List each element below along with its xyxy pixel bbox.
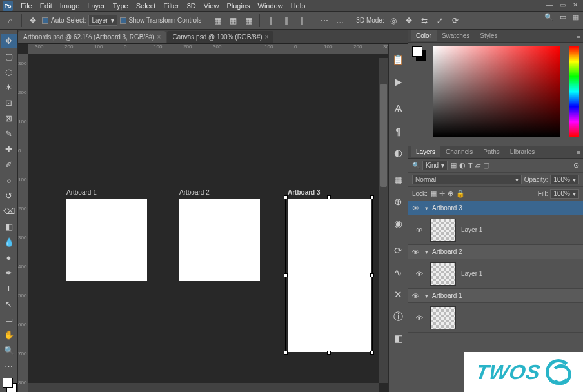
pen-tool-icon[interactable]: ✒ [1, 266, 17, 280]
handle-br[interactable] [370, 351, 374, 355]
lock-position-icon[interactable]: ✛ [439, 190, 445, 198]
filter-toggle-icon[interactable]: ⊙ [573, 161, 579, 170]
frame-tool-icon[interactable]: ⊠ [1, 111, 17, 125]
menu-select[interactable]: Select [132, 2, 160, 10]
layer-thumbnail[interactable] [430, 262, 456, 286]
layer-thumbnail[interactable] [430, 219, 456, 242]
zoom-tool-icon[interactable]: 🔍 [1, 343, 17, 357]
share-icon[interactable]: ▭ [560, 13, 566, 21]
visibility-toggle-icon[interactable]: 👁 [412, 248, 421, 256]
patterns-panel-icon[interactable]: ◉ [391, 214, 406, 233]
foreground-swatch[interactable] [3, 378, 13, 388]
filter-pixel-icon[interactable]: ▦ [450, 161, 457, 170]
scale-3d-icon[interactable]: ⤢ [433, 14, 446, 27]
collapse-icon[interactable]: ▾ [425, 249, 428, 255]
visibility-toggle-icon[interactable]: 👁 [416, 314, 425, 322]
history-panel-icon[interactable]: 📋 [391, 50, 406, 70]
menu-view[interactable]: View [200, 2, 223, 10]
align-bottom-icon[interactable]: ‖ [295, 14, 308, 27]
type-tool-icon[interactable]: T [1, 281, 17, 295]
magic-wand-tool-icon[interactable]: ✶ [1, 80, 17, 94]
hand-tool-icon[interactable]: ✋ [1, 328, 17, 342]
brush-tool-icon[interactable]: ✐ [1, 157, 17, 172]
character-panel-icon[interactable]: Ѧ [391, 99, 406, 119]
lock-all-icon[interactable]: 🔒 [456, 190, 465, 198]
filter-adjustment-icon[interactable]: ◐ [459, 161, 466, 170]
menu-plugins[interactable]: Plugins [222, 2, 253, 10]
eraser-tool-icon[interactable]: ⌫ [1, 204, 17, 218]
marquee-tool-icon[interactable]: ▢ [1, 49, 17, 63]
layer-artboard-header[interactable]: 👁▾ Artboard 2 [408, 245, 583, 259]
window-minimize-icon[interactable]: — [544, 1, 555, 10]
align-left-icon[interactable]: ▦ [211, 14, 224, 27]
shape-tool-icon[interactable]: ▭ [1, 312, 17, 326]
move-tool-icon[interactable]: ✥ [1, 34, 17, 48]
search-icon[interactable]: 🔍 [544, 13, 553, 21]
align-center-h-icon[interactable]: ▦ [226, 14, 239, 27]
visibility-toggle-icon[interactable]: 👁 [412, 292, 421, 300]
eyedropper-tool-icon[interactable]: ✎ [1, 126, 17, 141]
more-align-icon[interactable]: … [333, 14, 346, 27]
autoselect-checkbox[interactable] [42, 17, 48, 24]
layer-item[interactable]: 👁 Layer 1 [408, 259, 583, 289]
home-icon[interactable]: ⌂ [4, 14, 17, 27]
window-close-icon[interactable]: ✕ [570, 1, 580, 10]
artboard-2[interactable] [179, 199, 260, 281]
align-right-icon[interactable]: ▦ [242, 14, 255, 27]
menu-filter[interactable]: Filter [159, 2, 183, 10]
ruler-vertical[interactable]: 300 200 100 0 100 200 300 400 500 600 70… [18, 54, 28, 392]
measure-panel-icon[interactable]: ⟳ [391, 241, 406, 260]
filter-type-icon[interactable]: T [468, 162, 473, 170]
layer-artboard-header[interactable]: 👁▾ Artboard 3 [408, 201, 583, 215]
artboard2-label[interactable]: Artboard 2 [179, 189, 210, 196]
blend-mode-dropdown[interactable]: Normal▾ [412, 175, 522, 184]
handle-mr[interactable] [370, 273, 374, 277]
orbit-3d-icon[interactable]: ◎ [387, 14, 400, 27]
rotate-3d-icon[interactable]: ⟳ [449, 14, 462, 27]
navigator-panel-icon[interactable]: ◧ [391, 329, 406, 348]
lock-artboard-icon[interactable]: ⊕ [448, 190, 453, 198]
handle-ml[interactable] [284, 273, 288, 277]
align-center-v-icon[interactable]: ‖ [280, 14, 293, 27]
color-swatches[interactable] [0, 378, 17, 392]
fill-dropdown[interactable]: 100%▾ [550, 189, 579, 199]
handle-tc[interactable] [327, 195, 331, 199]
showtransform-checkbox[interactable] [120, 17, 126, 24]
tab-libraries[interactable]: Libraries [505, 146, 540, 157]
layer-artboard-header[interactable]: 👁▾ Artboard 1 [408, 289, 583, 303]
canvas-scrollbar-horizontal[interactable] [28, 383, 379, 392]
panel-menu-icon[interactable]: ≡ [577, 32, 580, 40]
tab-swatches[interactable]: Swatches [437, 30, 475, 41]
distribute-icon[interactable]: ⋯ [318, 14, 331, 27]
window-restore-icon[interactable]: ▭ [557, 1, 568, 10]
move-tool-icon[interactable]: ✥ [26, 14, 39, 27]
layer-item[interactable]: 👁 Layer 1 [408, 215, 583, 245]
handle-tr[interactable] [370, 195, 374, 199]
artboard-1[interactable] [66, 199, 147, 281]
search-icon[interactable]: 🔍 [412, 162, 420, 169]
opacity-dropdown[interactable]: 100%▾ [550, 175, 579, 184]
hue-slider[interactable] [569, 46, 579, 137]
crop-tool-icon[interactable]: ⊡ [1, 95, 17, 110]
blur-tool-icon[interactable]: 💧 [1, 235, 17, 249]
handle-bl[interactable] [284, 351, 288, 355]
menu-help[interactable]: Help [287, 2, 310, 10]
panel-menu-icon[interactable]: ≡ [577, 148, 580, 156]
tab-channels[interactable]: Channels [440, 146, 478, 157]
menu-file[interactable]: File [17, 2, 36, 10]
play-icon[interactable]: ▶ [391, 72, 406, 92]
canvas-area[interactable]: 300 200 100 0 100 200 300 100 0 100 200 … [18, 44, 388, 392]
lock-pixels-icon[interactable]: ▦ [430, 190, 437, 198]
panel-color-swatch[interactable] [412, 46, 428, 62]
tab-canvas[interactable]: Canvas.psd @ 100% (RGB/8#)× [167, 31, 273, 43]
gradients-panel-icon[interactable]: ⊕ [391, 192, 406, 211]
align-top-icon[interactable]: ‖ [264, 14, 277, 27]
menu-image[interactable]: Image [56, 2, 84, 10]
stamp-tool-icon[interactable]: ⟐ [1, 173, 17, 187]
color-field[interactable] [433, 46, 560, 137]
tab-close-icon[interactable]: × [265, 34, 269, 41]
paragraph-panel-icon[interactable]: ¶ [391, 121, 406, 141]
artboard3-label[interactable]: Artboard 3 [288, 189, 321, 196]
tab-layers[interactable]: Layers [411, 146, 440, 157]
menu-3d[interactable]: 3D [183, 2, 200, 10]
